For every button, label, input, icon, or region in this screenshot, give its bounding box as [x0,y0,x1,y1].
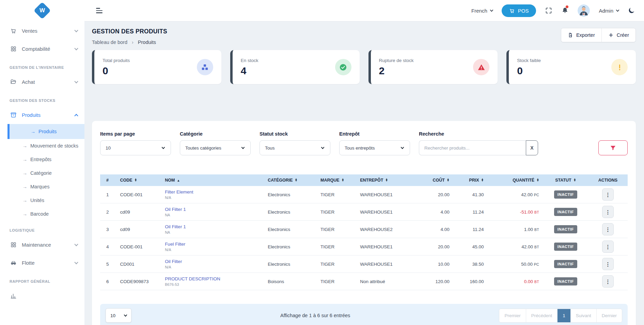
sort-icon: ▲▼ [342,179,344,182]
product-subtext: NA [165,230,260,234]
chevron-down-icon [74,79,78,83]
quantity-unit: BT [534,245,539,249]
sidebar-item-maintenance[interactable]: Maintenance [0,236,84,254]
pagination-suivant[interactable]: Suivant [570,309,596,322]
stats-row: Total produits0En stock4Rupture de stock… [92,50,636,84]
user-dropdown[interactable]: Admin [599,8,619,14]
product-actions-cell: ⋮ [588,238,628,256]
topbar-right: French POS Admin [471,4,635,17]
sidebar-subitem-entrepots[interactable]: →Entrepôts [0,153,84,166]
sidebar-subitem-barcode[interactable]: →Barcode [0,207,84,221]
cart-icon [509,8,515,14]
sidebar-item-comptabilite[interactable]: Comptabilité [0,40,84,58]
pagination-premier[interactable]: Premier [499,309,525,322]
category-select[interactable]: Toutes catégories [180,140,251,155]
product-status-cell: INACTIF [543,186,588,203]
moon-icon[interactable] [628,7,635,14]
filter-stock-status: Statut stock Tous [260,131,330,155]
product-warehouse: WAREHOUSE1 [356,186,414,203]
column-header-nom[interactable]: NOM▲ [161,174,264,186]
avatar[interactable] [578,4,590,17]
product-name-link[interactable]: PRODUCT DESCRIPTION [165,276,260,281]
chevron-down-icon [74,260,78,264]
product-name-link[interactable]: Oil Filter 1 [165,207,260,212]
exclamation-icon [611,59,628,75]
product-name-cell: Filter ElementN/A [161,186,264,203]
breadcrumb-dashboard[interactable]: Tableau de bord [92,40,127,45]
sidebar-item-partial[interactable] [0,287,84,305]
cubes-icon [197,59,213,75]
language-dropdown[interactable]: French [471,8,493,14]
column-header-statut[interactable]: STATUT▲▼ [543,174,588,186]
filter-button[interactable] [598,140,628,155]
folder-icon [10,79,17,85]
export-button[interactable]: Exporter [561,28,601,42]
sidebar-subitem-unites[interactable]: →Unités [0,194,84,207]
box-icon [10,112,17,118]
sidebar-subitem-mouvement-de-stocks[interactable]: →Mouvement de stocks [0,139,84,153]
fullscreen-icon[interactable] [545,7,552,14]
create-button[interactable]: Créer [601,28,635,42]
sidebar-subitem-produits[interactable]: →Produits [7,124,84,139]
search-input[interactable] [419,140,526,155]
bell-icon[interactable] [561,7,569,14]
items-per-page-select[interactable]: 10 [100,140,171,155]
sidebar-item-ventes[interactable]: Ventes [0,22,84,40]
pagination-1[interactable]: 1 [557,309,570,322]
product-name-link[interactable]: Oil Filter 1 [165,224,260,229]
column-header-categorie[interactable]: CATÉGORIE▲▼ [264,174,316,186]
product-brand: TIGER [316,203,356,221]
column-header-marque[interactable]: MARQUE▲▼ [316,174,356,186]
product-name-link[interactable]: Filter Element [165,189,260,195]
app-logo[interactable]: W [0,0,84,21]
column-header-code[interactable]: CODE▲▼ [116,174,161,186]
sidebar-item-produits[interactable]: Produits [0,106,84,124]
pagination-dernier[interactable]: Dernier [596,309,622,322]
pagination: PremierPrécédent1SuivantDernier [499,309,622,323]
row-actions-button[interactable]: ⋮ [602,223,614,235]
column-header-cout[interactable]: COÛT▲▼ [414,174,454,186]
product-price: 41.30 [454,186,488,203]
hamburger-icon[interactable] [96,8,103,13]
sidebar-subitem-categorie[interactable]: →Catégorie [0,166,84,180]
clear-search-button[interactable]: X [526,140,538,155]
product-price: 45.00 [454,238,488,256]
chevron-down-icon [124,313,127,316]
stat-label: En stock [241,58,258,63]
arrow-right-icon: → [22,143,27,149]
sidebar-item-achat[interactable]: Achat [0,73,84,91]
product-name-link[interactable]: Fuel Filter [165,242,260,247]
column-header-prix[interactable]: PRIX▲▼ [454,174,488,186]
row-actions-button[interactable]: ⋮ [602,241,614,253]
product-code: cd09 [116,203,161,221]
product-code: CD001 [116,256,161,273]
car-icon [10,260,17,266]
row-actions-button[interactable]: ⋮ [602,258,614,270]
head-actions: Exporter Créer [561,28,636,42]
row-actions-button[interactable]: ⋮ [602,188,614,201]
page-title: GESTION DES PRODUITS [92,28,167,35]
pos-button[interactable]: POS [502,4,536,17]
sort-icon: ▲▼ [574,179,576,182]
pagination-precedent[interactable]: Précédent [526,309,557,322]
stock-status-select[interactable]: Tous [260,140,330,155]
column-header-actions: ACTIONS [588,174,628,186]
row-actions-button[interactable]: ⋮ [602,275,614,288]
sidebar-subitem-marques[interactable]: →Marques [0,180,84,194]
column-header-item: # [100,174,116,186]
product-quantity: 42.00 PC [488,186,543,203]
product-warehouse: WAREHOUSE2 [356,221,414,238]
quantity-unit: PC [534,193,539,197]
page-size-select[interactable]: 10 [106,308,131,323]
product-name-cell: Oil Filter 1NA [161,203,264,221]
product-brand: TIGER [316,256,356,273]
column-header-entrepot[interactable]: ENTREPÔT▲▼ [356,174,414,186]
column-header-quantite[interactable]: QUANTITÉ▲▼ [488,174,543,186]
row-actions-button[interactable]: ⋮ [602,206,614,218]
status-badge: INACTIF [554,225,577,233]
product-category: Electronics [264,186,316,203]
warehouse-select[interactable]: Tous entrepôts [339,140,410,155]
sidebar-item-flotte[interactable]: Flotte [0,254,84,272]
stat-label: Total produits [103,58,130,63]
product-name-link[interactable]: Oil Filter [165,259,260,264]
